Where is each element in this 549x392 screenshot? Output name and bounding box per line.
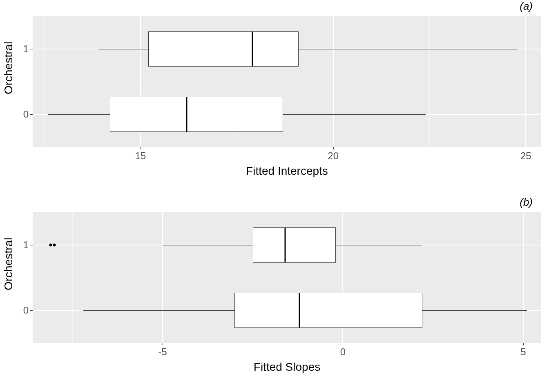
median-line (285, 227, 286, 263)
whisker-low (48, 114, 110, 115)
panel-b-plot: -50501 (33, 212, 541, 343)
whisker-high (283, 114, 426, 115)
panel-a-title: (a) (520, 0, 533, 13)
x-tick-label: 0 (340, 343, 346, 358)
whisker-low (98, 49, 148, 49)
y-tick-label: 0 (23, 109, 33, 120)
x-tick-label: 15 (135, 147, 146, 162)
x-tick-label: 20 (328, 147, 339, 162)
whisker-high (299, 49, 518, 49)
outlier-point (49, 244, 52, 247)
gridline-minor (33, 278, 541, 278)
y-tick-label: 0 (23, 305, 33, 316)
x-tick-label: 5 (520, 343, 526, 358)
panel-a: (a) Orchestral 15202501 Fitted Intercept… (0, 0, 549, 186)
x-tick-label: -5 (158, 343, 167, 358)
y-tick-label: 1 (23, 239, 33, 251)
whisker-low (83, 310, 235, 311)
median-line (186, 97, 187, 132)
box (253, 227, 336, 263)
panel-b-ylabel: Orchestral (2, 278, 15, 290)
y-tick-label: 1 (23, 43, 33, 55)
panel-b-title: (b) (520, 196, 533, 209)
outlier-point (53, 244, 56, 247)
whisker-low (163, 245, 253, 245)
panel-a-plot: 15202501 (33, 16, 541, 147)
x-tick-label: 25 (520, 147, 531, 162)
panel-a-ylabel: Orchestral (2, 82, 15, 94)
whisker-high (422, 310, 527, 311)
median-line (299, 293, 300, 328)
box (234, 293, 422, 328)
whisker-high (336, 245, 422, 245)
panel-b-xlabel: Fitted Slopes (33, 361, 541, 374)
panel-b: (b) Orchestral -50501 Fitted Slopes (0, 196, 549, 390)
median-line (252, 31, 253, 67)
figure: (a) Orchestral 15202501 Fitted Intercept… (0, 0, 549, 392)
box (148, 31, 299, 67)
panel-a-xlabel: Fitted Intercepts (33, 165, 541, 178)
gridline-minor (33, 82, 541, 82)
box (110, 97, 283, 132)
